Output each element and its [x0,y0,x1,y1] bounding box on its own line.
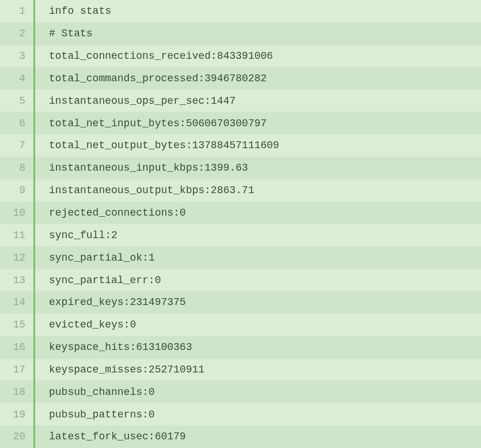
code-line: 4 total_commands_processed:3946780282 [0,67,481,90]
code-line: 1 info stats [0,0,481,22]
line-number: 14 [0,296,33,308]
code-line: 17 keyspace_misses:252710911 [0,359,481,381]
code-line: 15 evicted_keys:0 [0,314,481,336]
code-text: instantaneous_ops_per_sec:1447 [35,95,236,107]
line-number: 1 [0,5,33,17]
code-text: total_net_input_bytes:5060670300797 [35,118,267,129]
code-line: 16 keyspace_hits:613100363 [0,336,481,359]
code-text: expired_keys:231497375 [35,296,186,308]
line-number: 8 [0,162,33,174]
line-number: 7 [0,140,33,151]
code-line: 2 # Stats [0,22,481,45]
code-text: keyspace_hits:613100363 [35,341,192,353]
code-line: 20 latest_fork_usec:60179 [0,426,481,448]
code-text: instantaneous_input_kbps:1399.63 [35,162,248,174]
code-text: total_net_output_bytes:13788457111609 [35,140,279,151]
line-number: 20 [0,431,33,442]
line-number: 11 [0,229,33,241]
line-number: 17 [0,364,33,375]
line-number: 2 [0,28,33,39]
line-number: 10 [0,207,33,219]
code-text: sync_full:2 [35,229,118,241]
code-line: 7 total_net_output_bytes:13788457111609 [0,134,481,157]
code-text: evicted_keys:0 [35,319,136,330]
code-line: 18 pubsub_channels:0 [0,381,481,403]
line-number: 5 [0,95,33,107]
code-line: 19 pubsub_patterns:0 [0,403,481,426]
code-text: keyspace_misses:252710911 [35,364,204,375]
code-block: 1 info stats 2 # Stats 3 total_connectio… [0,0,481,448]
code-line: 12 sync_partial_ok:1 [0,246,481,269]
line-number: 4 [0,73,33,84]
code-text: pubsub_channels:0 [35,386,155,398]
code-line: 13 sync_partial_err:0 [0,269,481,291]
code-text: total_connections_received:843391006 [35,50,273,62]
code-text: total_commands_processed:3946780282 [35,73,267,84]
line-number: 18 [0,386,33,398]
line-number: 16 [0,341,33,353]
code-text: sync_partial_err:0 [35,274,161,286]
code-text: latest_fork_usec:60179 [35,431,186,442]
code-text: instantaneous_output_kbps:2863.71 [35,185,254,196]
line-number: 9 [0,185,33,196]
code-line: 5 instantaneous_ops_per_sec:1447 [0,89,481,112]
line-number: 15 [0,319,33,330]
line-number: 13 [0,274,33,286]
code-line: 9 instantaneous_output_kbps:2863.71 [0,179,481,202]
line-number: 3 [0,50,33,62]
code-text: info stats [35,5,111,17]
code-line: 14 expired_keys:231497375 [0,291,481,314]
line-number: 19 [0,409,33,420]
code-line: 3 total_connections_received:843391006 [0,45,481,67]
code-line: 8 instantaneous_input_kbps:1399.63 [0,157,481,179]
code-text: sync_partial_ok:1 [35,252,155,263]
code-line: 11 sync_full:2 [0,224,481,246]
code-text: # Stats [35,28,93,39]
line-number: 6 [0,118,33,129]
line-number: 12 [0,252,33,263]
code-text: rejected_connections:0 [35,207,186,219]
code-line: 6 total_net_input_bytes:5060670300797 [0,112,481,134]
code-line: 10 rejected_connections:0 [0,202,481,224]
code-text: pubsub_patterns:0 [35,409,155,420]
